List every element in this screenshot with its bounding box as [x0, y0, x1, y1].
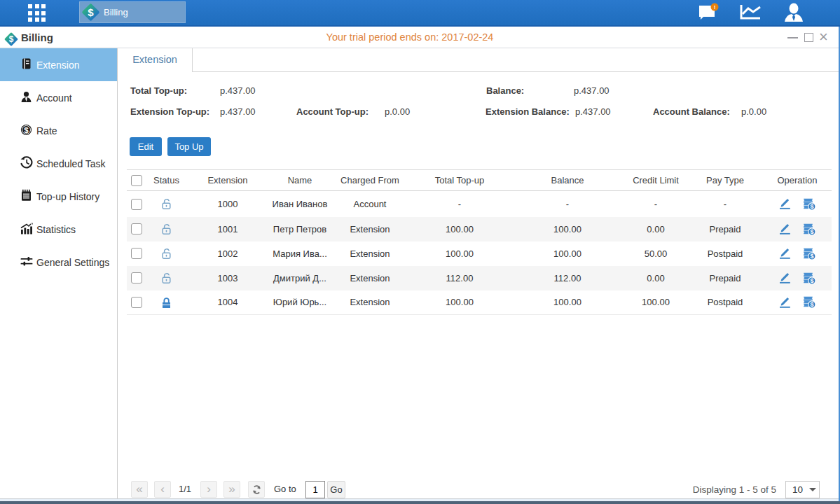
- svg-text:$: $: [810, 253, 813, 260]
- svg-text:$: $: [24, 125, 29, 134]
- svg-text:$: $: [810, 301, 813, 308]
- svg-text:$: $: [810, 277, 813, 284]
- svg-text:$: $: [9, 34, 14, 44]
- svg-text:!: !: [714, 4, 716, 10]
- svg-text:$: $: [88, 6, 94, 18]
- svg-text:$: $: [810, 203, 813, 210]
- svg-text:$: $: [810, 228, 813, 235]
